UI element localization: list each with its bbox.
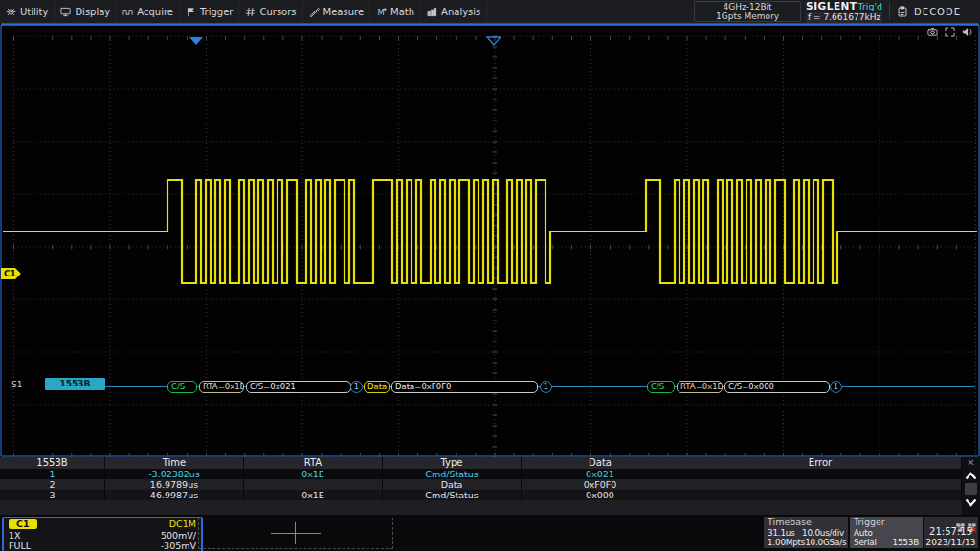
gear-icon bbox=[6, 7, 16, 17]
channel1-offset: -305mV bbox=[161, 541, 196, 551]
sample-rate: 10.0GSa/s bbox=[805, 538, 846, 547]
table-cell: 3 bbox=[0, 490, 105, 500]
display-icon bbox=[60, 7, 71, 17]
timebase-box[interactable]: Timebase 31.1us 10.0us/div 1.00Mpts 10.0… bbox=[764, 517, 848, 548]
camera-icon[interactable] bbox=[927, 27, 938, 37]
menu-bar: UtilityDisplayAcquireTriggerCursorsMeasu… bbox=[0, 0, 980, 23]
menu-items: UtilityDisplayAcquireTriggerCursorsMeasu… bbox=[0, 0, 487, 23]
cursors-icon bbox=[245, 7, 256, 17]
acquire-points: 1.00Mpts bbox=[768, 538, 805, 547]
table-cell: 2 bbox=[0, 479, 105, 490]
table-cell: 0xF0F0 bbox=[522, 479, 679, 490]
acquire-icon bbox=[122, 7, 133, 17]
decode-field-box: Data bbox=[364, 381, 390, 393]
decode-field-box: Data=0xF0F0 bbox=[391, 381, 538, 393]
decode-results-table: 1553BTimeRTATypeDataError1-3.02382us0x1E… bbox=[0, 457, 980, 515]
clock-time: 21:57:15 bbox=[925, 527, 976, 537]
waveform-display: C1 S1 1553B C/SRTA=0x1EC/S=0x0211DataDat… bbox=[0, 23, 980, 457]
menu-item-label: Cursors bbox=[259, 7, 296, 17]
column-header: Error bbox=[679, 457, 962, 469]
menu-item-utility[interactable]: Utility bbox=[0, 0, 55, 23]
menu-item-display[interactable]: Display bbox=[55, 0, 117, 23]
brand-logo: SIGLENT bbox=[806, 0, 857, 11]
table-cell: 16.9789us bbox=[105, 479, 244, 490]
menu-separator bbox=[889, 3, 890, 20]
decode-word-count-badge: 1 bbox=[350, 381, 363, 393]
menu-item-label: Utility bbox=[20, 7, 48, 17]
table-cell: Cmd/Status bbox=[383, 490, 522, 500]
status-bar: C1 DC1M 1X 500mV/ FULL -305mV Timebase 3… bbox=[0, 515, 980, 551]
specs-memory: 1Gpts Memory bbox=[695, 11, 800, 21]
close-icon[interactable]: ✕ bbox=[967, 457, 974, 468]
scroll-down-button[interactable] bbox=[962, 495, 980, 510]
trigger-box[interactable]: Trigger Auto Serial 1553B bbox=[850, 517, 923, 548]
table-cell: 0x1E bbox=[244, 469, 383, 479]
channel1-probe: 1X bbox=[9, 531, 21, 540]
decode-field-box: C/S bbox=[647, 381, 675, 393]
decode-bus-label: S1 bbox=[11, 380, 22, 389]
menu-item-analysis[interactable]: Analysis bbox=[421, 0, 487, 23]
table-header-row: 1553BTimeRTATypeDataError bbox=[0, 457, 962, 469]
fullscreen-icon[interactable] bbox=[945, 27, 955, 37]
crosshair-icon bbox=[271, 533, 321, 534]
system-specs: 4GHz-12Bit 1Gpts Memory bbox=[694, 1, 801, 22]
menu-item-math[interactable]: MMath bbox=[370, 0, 421, 23]
column-header: Time bbox=[105, 457, 244, 469]
menu-item-label: Acquire bbox=[137, 7, 173, 17]
chevron-down-icon bbox=[965, 498, 977, 507]
add-channel-box[interactable] bbox=[198, 518, 393, 549]
menu-item-cursors[interactable]: Cursors bbox=[239, 0, 302, 23]
decode-word-count-badge: 1 bbox=[540, 381, 552, 393]
column-header: RTA bbox=[244, 457, 383, 469]
decode-bus-badge[interactable]: 1553B bbox=[45, 378, 105, 390]
clock-date: 2023/11/13 bbox=[925, 538, 976, 547]
timebase-scale: 10.0us/div bbox=[802, 528, 844, 538]
decode-field-box: C/S bbox=[167, 381, 197, 393]
table-cell: 1 bbox=[0, 469, 105, 479]
decode-tab-label: DECODE bbox=[914, 7, 961, 17]
trigger-bus: 1553B bbox=[893, 538, 919, 547]
menu-item-label: Math bbox=[390, 7, 414, 17]
table-cell: 0x021 bbox=[522, 469, 679, 479]
table-cell: -3.02382us bbox=[105, 469, 244, 479]
measure-icon bbox=[309, 7, 320, 17]
speaker-icon[interactable] bbox=[962, 27, 972, 37]
table-row[interactable]: 346.9987us0x1ECmd/Status0x000 bbox=[0, 490, 962, 500]
table-cell bbox=[244, 479, 383, 490]
column-header: 1553B bbox=[0, 457, 105, 469]
scroll-up-button[interactable] bbox=[962, 468, 980, 483]
specs-bandwidth: 4GHz-12Bit bbox=[695, 2, 800, 11]
channel1-bandwidth: FULL bbox=[9, 541, 31, 551]
decode-word-count-badge: 1 bbox=[830, 381, 842, 393]
decode-field-box: RTA=0x1E bbox=[677, 381, 723, 393]
decode-field-box: C/S=0x021 bbox=[246, 381, 351, 393]
flag-icon bbox=[186, 7, 196, 17]
decode-field-box: RTA=0x1E bbox=[199, 381, 244, 393]
trigger-position-marker[interactable] bbox=[487, 37, 501, 45]
scrollbar-thumb[interactable] bbox=[965, 483, 977, 495]
math-icon: M bbox=[376, 7, 387, 17]
table-row[interactable]: 1-3.02382us0x1ECmd/Status0x021 bbox=[0, 469, 962, 479]
menu-item-acquire[interactable]: Acquire bbox=[117, 0, 180, 23]
menu-item-label: Analysis bbox=[441, 7, 480, 17]
scope-corner-icons bbox=[927, 27, 972, 37]
oscilloscope-screen: UtilityDisplayAcquireTriggerCursorsMeasu… bbox=[0, 0, 980, 551]
trigger-title: Trigger bbox=[854, 518, 919, 527]
datetime-box[interactable]: 21:57:15 2023/11/13 bbox=[924, 517, 978, 548]
table-cell: 0x000 bbox=[522, 490, 679, 500]
trigger-delay-marker[interactable] bbox=[189, 37, 203, 45]
trigger-type: Serial bbox=[854, 538, 877, 547]
table-cell: 46.9987us bbox=[105, 490, 244, 500]
table-cell bbox=[679, 479, 962, 490]
menu-item-trigger[interactable]: Trigger bbox=[180, 0, 240, 23]
trigger-mode: Auto bbox=[854, 528, 873, 538]
table-cell: Data bbox=[383, 479, 522, 490]
decode-tab[interactable]: DECODE bbox=[897, 6, 980, 17]
column-header: Type bbox=[383, 457, 522, 469]
menu-item-measure[interactable]: Measure bbox=[303, 0, 371, 23]
channel1-info-box[interactable]: C1 DC1M 1X 500mV/ FULL -305mV bbox=[2, 517, 203, 551]
table-row[interactable]: 216.9789usData0xF0F0 bbox=[0, 479, 962, 490]
menu-right-cluster: 4GHz-12Bit 1Gpts Memory SIGLENT Trig'd f… bbox=[694, 0, 980, 23]
chevron-up-icon bbox=[965, 472, 977, 480]
timebase-delay: 31.1us bbox=[768, 528, 795, 538]
